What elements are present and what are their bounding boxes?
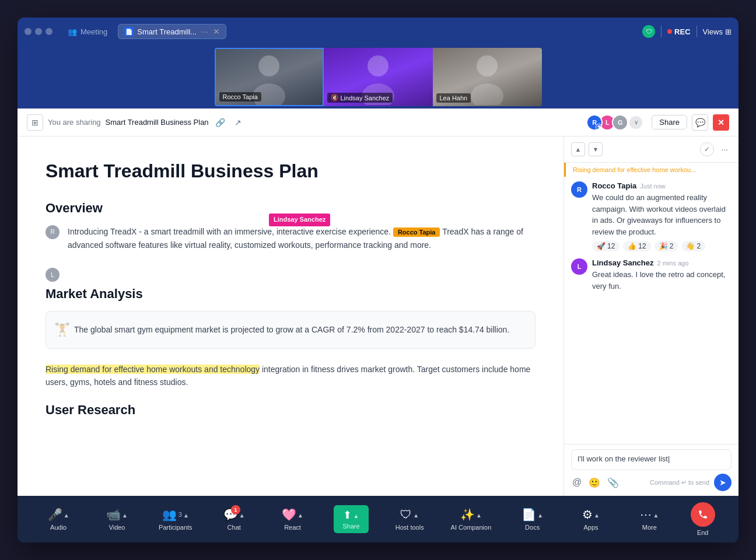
window-controls xyxy=(24,28,52,35)
host-tools-caret: ▲ xyxy=(413,512,419,519)
emoji-btn[interactable]: 🙂 xyxy=(587,476,601,489)
video-strip: Rocco Tapia 🔇 Lindsay Sanchez xyxy=(18,46,738,108)
meeting-tab[interactable]: 👥 Meeting xyxy=(62,25,113,38)
react-caret: ▲ xyxy=(298,512,303,519)
views-label: Views xyxy=(703,27,723,36)
toolbar-end[interactable]: End xyxy=(691,502,715,536)
tag-rocco: Rocco Tapia xyxy=(393,228,440,237)
toolbar-video[interactable]: 📹 ▲ Video xyxy=(100,508,135,531)
toolbar-apps[interactable]: ⚙ ▲ Apps xyxy=(573,508,608,531)
chat-message-rocco: R Rocco Tapia Just now We could do an au… xyxy=(571,181,732,251)
attendee-avatar-1: R 👁 xyxy=(586,114,603,131)
chat-panel-header: ▲ ▼ ✓ ··· xyxy=(564,136,738,163)
video-thumb-lindsay[interactable]: 🔇 Lindsay Sanchez xyxy=(324,48,433,106)
window-dot-max[interactable] xyxy=(46,28,52,35)
attendees-avatars: R 👁 L G ∨ xyxy=(586,114,642,131)
chat-send-btn[interactable]: ➤ xyxy=(714,474,732,491)
reaction-party[interactable]: 🎉2 xyxy=(654,241,678,251)
attach-btn[interactable]: 📎 xyxy=(606,476,620,489)
toolbar-react[interactable]: 🩷 ▲ React xyxy=(275,508,310,531)
msg-text-rocco: We could do an augmented reality campaig… xyxy=(592,192,732,237)
share-icon: ⬆ xyxy=(343,509,352,522)
share-bar: ⊞ You are sharing Smart Treadmill Busine… xyxy=(18,108,738,136)
chat-resolve-btn[interactable]: ✓ xyxy=(700,142,714,156)
market-highlight: Rising demand for effective home workout… xyxy=(46,365,260,374)
avatar-more-btn[interactable]: ∨ xyxy=(629,116,642,129)
chat-more-btn[interactable]: ··· xyxy=(718,142,732,156)
title-bar: 👥 Meeting 📄 Smart Treadmill... ··· ✕ 🛡 R… xyxy=(18,18,738,46)
share-button[interactable]: Share xyxy=(652,115,687,130)
overview-avatar-row: L xyxy=(46,265,536,282)
chat-thread-label: Rising demand for effective home workou.… xyxy=(564,163,738,177)
para-avatar-2: L xyxy=(46,268,60,282)
window-dot-close[interactable] xyxy=(24,28,32,35)
end-call-btn[interactable] xyxy=(691,502,715,527)
participants-icon: 👥 xyxy=(162,508,177,522)
more-label: More xyxy=(642,524,657,531)
meeting-tab-icon: 👥 xyxy=(68,27,77,36)
video-label: Video xyxy=(109,524,125,531)
toolbar-participants[interactable]: 👥 3 ▲ Participants xyxy=(158,508,193,531)
host-tools-label: Host tools xyxy=(396,524,424,531)
chat-messages: R Rocco Tapia Just now We could do an au… xyxy=(564,177,738,444)
content-area: Smart Treadmill Business Plan Overview R… xyxy=(18,136,738,496)
participants-label: Participants xyxy=(159,524,192,531)
svg-point-2 xyxy=(368,55,388,76)
react-label: React xyxy=(284,524,301,531)
doc-tab-more[interactable]: ··· xyxy=(201,27,208,36)
docs-caret: ▲ xyxy=(537,512,543,519)
window-dot-min[interactable] xyxy=(35,28,42,35)
share-icons: 🔗 ↗ xyxy=(214,116,245,130)
rec-label: REC xyxy=(674,27,690,36)
at-mention-btn[interactable]: @ xyxy=(571,476,583,489)
lea-name-label: Lea Hahn xyxy=(440,94,468,102)
main-area: ⊞ You are sharing Smart Treadmill Busine… xyxy=(18,108,738,496)
ai-companion-caret: ▲ xyxy=(476,512,482,519)
toolbar-chat[interactable]: 💬 1 ▲ Chat xyxy=(216,508,251,531)
doc-tab[interactable]: 📄 Smart Treadmill... ··· ✕ xyxy=(118,24,226,39)
external-icon-btn[interactable]: ↗ xyxy=(231,116,245,130)
audio-label: Audio xyxy=(50,524,66,531)
link-icon-btn[interactable]: 🔗 xyxy=(214,116,228,130)
reaction-rocket[interactable]: 🚀12 xyxy=(592,241,620,251)
chat-input-field[interactable]: I'll work on the reviewer list| xyxy=(571,449,732,470)
send-hint: Command ↵ to send xyxy=(625,479,709,487)
toolbar-ai-companion[interactable]: ✨ ▲ AI Companion xyxy=(451,508,492,531)
audio-icon: 🎤 xyxy=(48,508,62,522)
market-para: Rising demand for effective home workout… xyxy=(46,363,536,389)
title-bar-right: 🛡 REC Views ⊞ xyxy=(642,25,732,38)
toolbar-more[interactable]: ⋯ ▲ More xyxy=(632,508,667,531)
chat-input-area: I'll work on the reviewer list| @ 🙂 📎 Co… xyxy=(564,444,738,496)
video-icon: 📹 xyxy=(106,508,121,522)
views-grid-icon: ⊞ xyxy=(725,27,732,36)
chat-nav-down[interactable]: ▼ xyxy=(589,142,603,156)
close-share-btn[interactable]: ✕ xyxy=(713,114,729,131)
reaction-thumbsup[interactable]: 👍12 xyxy=(623,241,650,251)
overview-paragraph: R Lindsay Sanchez Introducing TreadX - a… xyxy=(46,225,536,251)
sidebar-toggle-btn[interactable]: ⊞ xyxy=(27,114,43,131)
toolbar-host-tools[interactable]: 🛡 ▲ Host tools xyxy=(392,508,427,531)
apps-caret: ▲ xyxy=(594,512,600,519)
video-thumb-rocco[interactable]: Rocco Tapia xyxy=(215,48,324,106)
chat-icon: 💬 1 xyxy=(223,508,238,522)
toolbar-share[interactable]: ⬆ ▲ Share xyxy=(334,505,369,533)
msg-author-lindsay: Lindsay Sanchez xyxy=(592,258,653,267)
comment-btn[interactable]: 💬 xyxy=(692,114,708,131)
lindsay-name-label: Lindsay Sanchez xyxy=(341,94,390,102)
views-btn[interactable]: Views ⊞ xyxy=(703,27,732,36)
msg-author-rocco: Rocco Tapia xyxy=(592,181,636,190)
svg-point-4 xyxy=(477,55,498,76)
market-stat-text: The global smart gym equipment market is… xyxy=(74,325,509,334)
toolbar-audio[interactable]: 🎤 ▲ Audio xyxy=(41,508,76,531)
doc-tab-close[interactable]: ✕ xyxy=(213,27,220,36)
chat-input-toolbar: @ 🙂 📎 Command ↵ to send ➤ xyxy=(571,474,732,491)
toolbar-docs[interactable]: 📄 ▲ Docs xyxy=(515,508,550,531)
rec-badge: REC xyxy=(667,27,690,36)
chat-nav-up[interactable]: ▲ xyxy=(571,142,585,156)
reaction-wave[interactable]: 👋2 xyxy=(681,241,705,251)
rec-dot xyxy=(667,29,672,34)
video-thumb-lea[interactable]: Lea Hahn xyxy=(433,48,542,106)
share-label: Share xyxy=(342,523,359,530)
docs-icon: 📄 xyxy=(522,508,536,522)
msg-header-rocco: Rocco Tapia Just now xyxy=(592,181,732,190)
